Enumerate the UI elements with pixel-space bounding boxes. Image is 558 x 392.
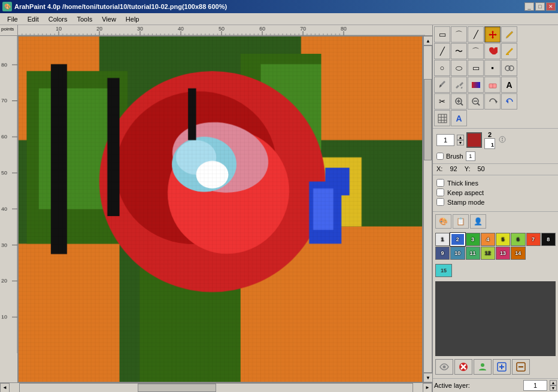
menu-tools[interactable]: Tools bbox=[72, 14, 98, 24]
color-cell-5[interactable]: 5 bbox=[496, 233, 510, 246]
tool-curve[interactable]: ╱ bbox=[434, 43, 450, 59]
tool-zoom-out[interactable] bbox=[468, 93, 484, 110]
maximize-button[interactable]: □ bbox=[535, 2, 545, 11]
main-drawing-canvas[interactable] bbox=[19, 37, 422, 382]
h-scroll-right[interactable]: ► bbox=[423, 383, 432, 393]
active-layer-spin: ▲ ▼ bbox=[550, 380, 557, 391]
tool-redo[interactable] bbox=[501, 93, 517, 110]
brush-checkbox[interactable] bbox=[436, 153, 444, 160]
color-cell-13[interactable]: 13 bbox=[496, 247, 510, 260]
points-label: points bbox=[0, 25, 17, 33]
canvas-area: points ▲ ▼ bbox=[0, 25, 432, 392]
menu-file[interactable]: File bbox=[2, 14, 23, 24]
tool-scissors[interactable]: ✂ bbox=[434, 93, 450, 110]
v-ruler-canvas bbox=[0, 36, 18, 353]
keep-aspect-checkbox[interactable] bbox=[436, 189, 444, 196]
thick-lines-checkbox[interactable] bbox=[436, 179, 444, 187]
v-scroll-down[interactable]: ▼ bbox=[423, 373, 432, 382]
tool-paint-pencil[interactable] bbox=[501, 43, 517, 59]
tool-gradient[interactable] bbox=[468, 77, 484, 93]
close-button[interactable]: ✕ bbox=[546, 2, 556, 11]
toolbar-row-6: A bbox=[434, 110, 557, 126]
tool-ellipse[interactable]: ⬭ bbox=[451, 60, 467, 76]
tool-pencil[interactable] bbox=[501, 26, 517, 42]
brush-size-display: 1 bbox=[469, 153, 472, 159]
tool-circle[interactable]: ○ bbox=[434, 60, 450, 76]
active-layer-input[interactable] bbox=[523, 380, 547, 391]
color-cell-9[interactable]: 9 bbox=[435, 247, 450, 260]
minimize-button[interactable]: _ bbox=[524, 2, 534, 11]
svg-point-23 bbox=[443, 366, 446, 369]
tool-move[interactable] bbox=[484, 26, 501, 42]
color-cell-4[interactable]: 4 bbox=[481, 233, 495, 246]
layer-remove-button[interactable] bbox=[512, 359, 530, 375]
title-text: ArahPaint 4.0p /home/toni/tutorial10/tut… bbox=[14, 3, 227, 10]
tool-rotate[interactable] bbox=[484, 93, 501, 110]
color-cell-3[interactable]: 3 bbox=[466, 233, 480, 246]
v-scroll-track[interactable] bbox=[423, 45, 432, 373]
h-scroll-left[interactable]: ◄ bbox=[0, 383, 10, 393]
color-secondary-swatch[interactable]: 1 bbox=[484, 138, 495, 149]
canvas-wrapper[interactable] bbox=[18, 36, 423, 382]
layer-visible-toggle[interactable] bbox=[435, 359, 453, 375]
brush-size-up[interactable]: ▲ bbox=[457, 135, 464, 140]
color-cell-8[interactable]: 8 bbox=[541, 233, 556, 246]
color-cell-1[interactable]: 1 bbox=[435, 233, 450, 246]
brush-label: Brush bbox=[446, 153, 463, 160]
active-layer-down[interactable]: ▼ bbox=[550, 385, 557, 391]
layer-delete-button[interactable] bbox=[454, 359, 472, 375]
h-ruler-canvas bbox=[18, 25, 425, 36]
color-swatch[interactable] bbox=[466, 132, 482, 148]
menu-edit[interactable]: Edit bbox=[23, 14, 44, 24]
h-scrollbar-thumb[interactable] bbox=[138, 384, 216, 392]
tool-heart[interactable] bbox=[484, 43, 501, 59]
menu-colors[interactable]: Colors bbox=[44, 14, 72, 24]
tool-fill-rect[interactable]: ▪ bbox=[484, 60, 501, 76]
v-scroll-up[interactable]: ▲ bbox=[423, 36, 432, 45]
color-cell-10[interactable]: 10 bbox=[450, 247, 465, 260]
color-cell-15[interactable]: 15 bbox=[435, 264, 452, 277]
color-cell-14[interactable]: 14 bbox=[511, 247, 525, 260]
tool-rect[interactable]: ▭ bbox=[468, 60, 484, 76]
active-layer-up[interactable]: ▲ bbox=[550, 380, 557, 385]
tool-grid[interactable] bbox=[434, 110, 450, 126]
layer-controls bbox=[435, 358, 556, 376]
color-cell-11[interactable]: 11 bbox=[466, 247, 480, 260]
color-cell-7[interactable]: 7 bbox=[526, 233, 541, 246]
layer-palette-section: 🎨 📋 👤 1 2 3 4 5 6 7 8 9 10 11 12 13 bbox=[433, 212, 558, 378]
active-layer-label: Active layer: bbox=[434, 382, 521, 389]
color-cell-12[interactable]: 12 bbox=[481, 247, 495, 260]
keep-aspect-row: Keep aspect bbox=[436, 189, 554, 196]
menu-help[interactable]: Help bbox=[121, 14, 144, 24]
color-options-icon[interactable] bbox=[499, 136, 506, 144]
tool-zoom-in[interactable] bbox=[451, 93, 467, 110]
v-scroll-thumb[interactable] bbox=[424, 79, 432, 160]
tool-text2[interactable]: A bbox=[451, 110, 467, 126]
h-scrollbar-track[interactable] bbox=[19, 383, 413, 393]
brush-size-down[interactable]: ▼ bbox=[457, 140, 464, 145]
tool-brush[interactable] bbox=[434, 77, 450, 93]
title-controls: _ □ ✕ bbox=[524, 2, 556, 11]
tool-fill[interactable] bbox=[451, 77, 467, 93]
color-cell-2[interactable]: 2 bbox=[450, 233, 465, 246]
stamp-mode-row: Stamp mode bbox=[436, 198, 554, 206]
layer-add-button[interactable] bbox=[493, 359, 511, 375]
tool-bezier[interactable]: 〜 bbox=[451, 43, 467, 59]
tool-text[interactable]: A bbox=[501, 77, 517, 93]
layer-tab-layers[interactable]: 📋 bbox=[453, 214, 469, 229]
menu-view[interactable]: View bbox=[97, 14, 121, 24]
color-grid: 1 2 3 4 5 6 7 8 9 10 11 12 13 14 bbox=[435, 233, 556, 260]
layer-person-button[interactable] bbox=[474, 359, 492, 375]
svg-rect-0 bbox=[506, 54, 509, 55]
tool-eraser[interactable] bbox=[484, 77, 501, 93]
tool-arc[interactable]: ⌒ bbox=[468, 43, 484, 59]
tool-clone[interactable] bbox=[501, 60, 517, 76]
brush-size-input[interactable] bbox=[436, 134, 454, 146]
tool-line[interactable]: ╱ bbox=[468, 26, 484, 42]
tool-lasso[interactable]: ⌒ bbox=[451, 26, 467, 42]
layer-tab-user[interactable]: 👤 bbox=[470, 214, 486, 229]
color-cell-6[interactable]: 6 bbox=[511, 233, 525, 246]
tool-rect-select[interactable]: ▭ bbox=[434, 26, 450, 42]
stamp-mode-checkbox[interactable] bbox=[436, 198, 444, 206]
layer-tab-palette[interactable]: 🎨 bbox=[435, 214, 451, 229]
